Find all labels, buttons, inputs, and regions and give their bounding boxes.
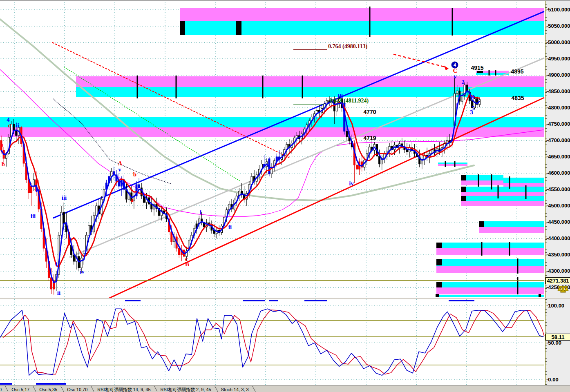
wave-label: a [0, 141, 3, 148]
zone-band [461, 187, 544, 192]
price-tick-label: -4550.000 [546, 186, 570, 192]
wave-label: i [56, 261, 57, 267]
wave-label: 1 [455, 102, 458, 109]
band-square-mark [461, 175, 466, 180]
wave-label: ii [57, 290, 60, 296]
candle-body [63, 212, 65, 224]
candle-body [88, 225, 90, 235]
wave-label: b [133, 171, 136, 178]
indicator-tab-osc-5-17[interactable]: Osc 5,17 [8, 386, 31, 392]
indicator-tab-osc-5-35[interactable]: Osc 5,35 [36, 386, 59, 392]
indicator-tab-rsi相对强弱指数-2-9-45[interactable]: RSI相对强弱指数 2, 9, 45 [157, 386, 213, 392]
price-tick-label: -4600.000 [546, 170, 570, 176]
band-square-mark [180, 21, 185, 35]
zone-band [436, 282, 544, 287]
price-tick-label: -4950.000 [546, 56, 570, 62]
indicator-tab-rsi相对强弱指数-14-9-45[interactable]: RSI相对强弱指数 14, 9, 45 [94, 386, 152, 392]
price-tick-label: -4900.000 [546, 72, 570, 78]
price-tick-label: -4700.000 [546, 137, 570, 143]
zone-band [436, 243, 544, 248]
wave-label: A [118, 160, 123, 167]
candle-body [296, 136, 297, 138]
price-tick-label: -4300.000 [546, 268, 570, 274]
zone-band [438, 164, 467, 166]
indicator-tab-osc-10-70[interactable]: Osc 10,70 [64, 386, 89, 392]
price-annotation: 4915 [471, 65, 483, 71]
price-tick-label: -5000.000 [546, 39, 570, 45]
stochastic-red-line [3, 309, 544, 374]
band-square-mark [461, 196, 466, 201]
fib-label-0.618: 0.618 (4811.924) [329, 98, 369, 104]
band-square-mark [436, 294, 439, 297]
indicator-tab-bar: 0Osc 5,17Osc 5,35Osc 10,70RSI相对强弱指数 14, … [0, 385, 570, 392]
indicator-axis[interactable]: -100.00-50.00-0.00 58.11 [545, 299, 570, 385]
signal-segment-top [304, 300, 327, 301]
black-dotted-ma [53, 99, 171, 184]
indicator-tick-label: -100.00 [546, 303, 564, 309]
signal-segment-top [243, 300, 265, 301]
main-chart[interactable]: 0.764 (4980.113)0.618 (4811.924)4ciiabiv… [0, 1, 545, 298]
band-square-mark [436, 259, 442, 265]
indicator-value-badge: 58.11 [545, 334, 570, 341]
wave-label: iii [62, 194, 67, 201]
wave-label: iv [80, 268, 85, 275]
price-tick-label: -4850.000 [546, 88, 570, 94]
wave-label: v [118, 166, 121, 173]
price-annotation: 4719 [363, 135, 376, 141]
zone-band [479, 221, 544, 227]
trading-app-window: 0.764 (4980.113)0.618 (4811.924)4ciiabiv… [0, 0, 570, 392]
candle-body [16, 131, 17, 136]
wave-label: 3 [470, 109, 473, 116]
candle-body [178, 248, 180, 255]
zone-band [436, 259, 544, 266]
wave-label: a [130, 196, 134, 203]
band-square-mark [436, 243, 442, 248]
zone-band [436, 248, 544, 255]
price-tick-label: -4500.000 [546, 203, 570, 209]
wave-label: ii [16, 122, 19, 129]
wave-label: i [200, 209, 201, 215]
price-tick-label: -5050.000 [546, 23, 570, 29]
candle-body [356, 165, 358, 169]
scales-icon[interactable] [557, 285, 569, 293]
band-square-mark [539, 294, 541, 297]
current-price-badge: 4271.381 [545, 277, 570, 284]
signal-segment-bottom [36, 383, 66, 385]
wave-label: b [2, 161, 5, 167]
wave-label: iii [338, 93, 343, 99]
price-tick-label: -4400.000 [546, 235, 570, 241]
price-axis[interactable]: -5100.000-5050.000-5000.000-4950.000-490… [545, 1, 570, 298]
zone-band [479, 227, 544, 233]
zone-band [461, 201, 544, 206]
price-tick-label: -4650.000 [546, 154, 570, 160]
signal-segment-top [449, 300, 474, 301]
price-tick-label: -4800.000 [546, 105, 570, 111]
indicator-tick-label: -0.00 [546, 376, 559, 383]
price-tick-label: -4350.000 [546, 252, 570, 258]
wave-label: v [454, 73, 457, 80]
indicator-tab-stoch-14-3-3[interactable]: Stoch 14, 3, 3 [218, 386, 250, 392]
stochastic-blue-line [0, 309, 543, 375]
red-arrowhead [444, 65, 449, 70]
wave-label: iv [349, 180, 354, 187]
wave-label: iii [31, 213, 36, 219]
wave-label: 4 [472, 94, 475, 100]
price-annotation: 4895 [511, 68, 523, 75]
candle-body [138, 185, 140, 188]
wave-label: iv [36, 187, 40, 193]
candle-body [346, 131, 348, 137]
zone-band [461, 180, 503, 185]
candle-body [73, 255, 75, 261]
candle-body [80, 258, 82, 268]
circled-wave-4-text: 4 [454, 62, 456, 67]
indicator-svg [0, 299, 545, 385]
indicator-panel[interactable] [0, 299, 545, 385]
wave-label: ii [228, 224, 232, 230]
zone-band [180, 21, 544, 35]
wave-label: B [185, 261, 189, 267]
wave-label: c [8, 122, 11, 129]
band-square-mark [461, 187, 466, 192]
main-chart-svg: 0.764 (4980.113)0.618 (4811.924)4ciiabiv… [0, 1, 545, 298]
zone-band [461, 175, 503, 180]
candle-body [118, 181, 120, 186]
